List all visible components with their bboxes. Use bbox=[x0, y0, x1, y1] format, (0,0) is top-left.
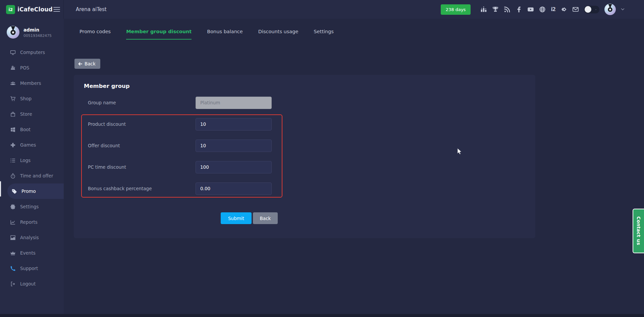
area-chart-icon bbox=[10, 235, 16, 241]
sidebar-item-shop[interactable]: Shop bbox=[0, 91, 64, 106]
sidebar-item-time-and-offer[interactable]: Time and offer bbox=[0, 168, 64, 183]
form-row-offer-discount: Offer discount bbox=[84, 135, 525, 156]
pc-time-discount-input[interactable] bbox=[196, 161, 272, 173]
sidebar: admin 005193482475 Computers POS Members bbox=[0, 19, 64, 317]
tab-member-group-discount[interactable]: Member group discount bbox=[126, 29, 192, 40]
back-button[interactable]: Back bbox=[253, 212, 278, 224]
user-avatar[interactable] bbox=[604, 4, 616, 15]
sidebar-header: i2 iCafeCloud bbox=[0, 0, 64, 19]
logo-icon: i2 bbox=[6, 5, 15, 14]
page-title: Arena aiTest bbox=[76, 6, 107, 12]
sidebar-item-support[interactable]: Support bbox=[0, 261, 64, 276]
tab-settings[interactable]: Settings bbox=[314, 29, 333, 40]
toggle-knob bbox=[585, 6, 591, 13]
menu-toggle-icon[interactable] bbox=[53, 6, 61, 13]
form-row-bonus-cashback: Bonus cashback percentage bbox=[84, 178, 525, 199]
sidebar-item-events[interactable]: Events bbox=[0, 245, 64, 261]
gamepad-icon bbox=[10, 142, 16, 148]
youtube-icon[interactable] bbox=[527, 6, 534, 13]
mail-icon[interactable] bbox=[572, 6, 579, 13]
rss-icon[interactable] bbox=[504, 6, 511, 13]
form-row-product-discount: Product discount bbox=[84, 113, 525, 135]
sidebar-avatar[interactable] bbox=[7, 26, 19, 39]
tab-bar: Promo codes Member group discount Bonus … bbox=[79, 29, 334, 40]
crown-icon bbox=[10, 250, 16, 256]
top-bar: i2 iCafeCloud Arena aiTest 238 days bbox=[0, 0, 644, 19]
bonus-cashback-input[interactable] bbox=[196, 182, 272, 195]
footer-strip bbox=[0, 314, 644, 317]
sidebar-scrollbar[interactable] bbox=[0, 181, 1, 197]
monitor-icon bbox=[10, 50, 16, 55]
cart-icon bbox=[10, 96, 16, 102]
product-discount-input[interactable] bbox=[196, 118, 272, 130]
arrow-left-icon bbox=[78, 62, 83, 66]
member-group-form: Group name Product discount Offer discou… bbox=[84, 92, 525, 224]
line-chart-icon bbox=[10, 219, 16, 225]
sidebar-item-games[interactable]: Games bbox=[0, 137, 64, 153]
tab-bonus-balance[interactable]: Bonus balance bbox=[207, 29, 243, 40]
form-actions: Submit Back bbox=[221, 212, 525, 224]
sidebar-user: admin 005193482475 bbox=[0, 19, 64, 42]
submit-button[interactable]: Submit bbox=[221, 212, 252, 224]
member-group-panel: Member group Group name Product discount… bbox=[74, 75, 535, 238]
user-name: admin bbox=[23, 27, 52, 33]
sidebar-item-settings[interactable]: Settings bbox=[0, 199, 64, 214]
sidebar-item-pos[interactable]: POS bbox=[0, 60, 64, 75]
theme-toggle[interactable] bbox=[584, 6, 599, 13]
offer-discount-input[interactable] bbox=[196, 140, 272, 152]
app-logo[interactable]: i2 iCafeCloud bbox=[6, 5, 53, 14]
tab-discounts-usage[interactable]: Discounts usage bbox=[258, 29, 299, 40]
main-content: Promo codes Member group discount Bonus … bbox=[64, 19, 644, 317]
contact-us-tab[interactable]: Contact us bbox=[633, 209, 644, 253]
tag-icon bbox=[11, 189, 17, 194]
chevron-down-icon[interactable] bbox=[621, 8, 625, 11]
user-id: 005193482475 bbox=[23, 34, 52, 38]
sidebar-item-promo[interactable]: Promo bbox=[7, 183, 64, 199]
layers-icon[interactable] bbox=[560, 6, 567, 13]
globe-icon[interactable] bbox=[539, 6, 546, 13]
ranking-podium-icon[interactable] bbox=[480, 6, 487, 13]
back-button-top[interactable]: Back bbox=[74, 59, 100, 69]
sidebar-item-members[interactable]: Members bbox=[0, 75, 64, 91]
topbar-actions: 238 days i2 bbox=[441, 4, 644, 15]
sidebar-item-computers[interactable]: Computers bbox=[0, 45, 64, 60]
list-icon bbox=[10, 158, 16, 163]
sidebar-item-logs[interactable]: Logs bbox=[0, 153, 64, 168]
sidebar-item-boot[interactable]: Boot bbox=[0, 122, 64, 137]
sidebar-item-store[interactable]: Store bbox=[0, 106, 64, 122]
sidebar-item-analysis[interactable]: Analysis bbox=[0, 230, 64, 245]
app-name: iCafeCloud bbox=[17, 6, 53, 13]
group-name-input bbox=[196, 97, 272, 109]
form-row-pc-time-discount: PC time discount bbox=[84, 156, 525, 178]
form-row-group-name: Group name bbox=[84, 92, 525, 113]
panel-title: Member group bbox=[84, 82, 525, 89]
sidebar-item-logout[interactable]: Logout bbox=[0, 276, 64, 292]
pos-terminal-icon bbox=[10, 65, 16, 71]
members-icon bbox=[10, 81, 16, 86]
stopwatch-icon bbox=[10, 173, 16, 179]
icafe-glyph-icon[interactable]: i2 bbox=[551, 6, 555, 12]
tab-promo-codes[interactable]: Promo codes bbox=[79, 29, 111, 40]
store-bag-icon bbox=[10, 111, 16, 117]
windows-icon bbox=[10, 127, 16, 133]
phone-icon bbox=[10, 266, 16, 271]
logout-icon bbox=[10, 281, 16, 287]
sidebar-nav: Computers POS Members Shop bbox=[0, 45, 64, 292]
trophy-icon[interactable] bbox=[492, 6, 499, 13]
facebook-icon[interactable] bbox=[516, 6, 522, 13]
sidebar-item-reports[interactable]: Reports bbox=[0, 214, 64, 230]
gear-icon bbox=[10, 204, 16, 210]
license-days-badge[interactable]: 238 days bbox=[441, 4, 471, 15]
